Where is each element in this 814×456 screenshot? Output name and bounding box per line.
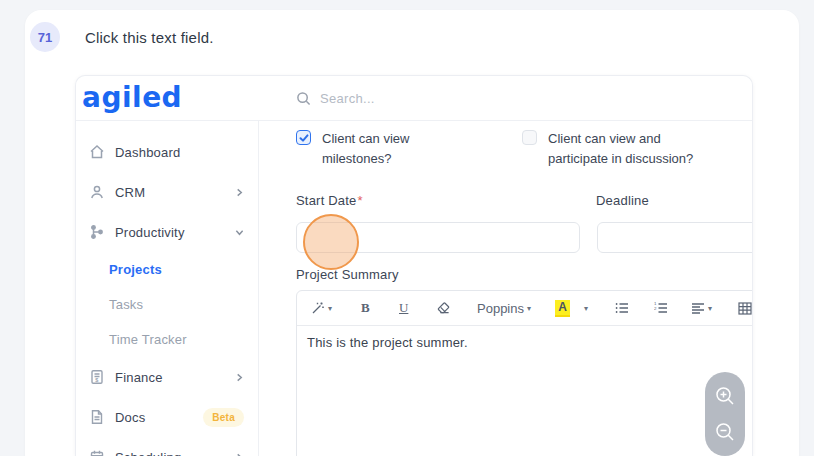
text-color-caret-button[interactable]: ▾ <box>584 291 588 325</box>
bullet-list-icon <box>615 302 629 314</box>
text-color-button[interactable]: A <box>555 291 570 325</box>
invoice-icon: $ <box>88 369 105 386</box>
chevron-right-icon <box>235 453 244 456</box>
eraser-icon <box>437 302 450 315</box>
sidebar-item-dashboard[interactable]: Dashboard <box>76 132 258 172</box>
chevron-down-icon: ▾ <box>584 304 588 313</box>
svg-text:$: $ <box>95 377 98 383</box>
sidebar: Dashboard CRM Productivity <box>76 121 259 456</box>
magic-wand-button[interactable]: ▾ <box>311 291 332 325</box>
app-logo[interactable]: agiled <box>82 84 182 112</box>
sidebar-item-label: Finance <box>115 370 163 385</box>
search-placeholder: Search... <box>320 91 375 106</box>
sidebar-item-label: Projects <box>109 262 162 277</box>
discussion-checkbox-row: Client can view and participate in discu… <box>522 129 712 169</box>
chevron-down-icon: ▾ <box>708 304 712 313</box>
search-input[interactable]: Search... <box>296 76 375 120</box>
font-family-select[interactable]: Poppins▾ <box>477 291 531 325</box>
deadline-label: Deadline <box>596 193 649 208</box>
sidebar-item-productivity[interactable]: Productivity <box>76 212 258 252</box>
sidebar-item-scheduling[interactable]: Scheduling <box>76 437 258 456</box>
deadline-input[interactable] <box>597 222 752 253</box>
search-icon <box>296 91 311 106</box>
sidebar-item-label: Productivity <box>115 225 185 240</box>
sidebar-item-label: Time Tracker <box>109 332 187 347</box>
sidebar-item-tasks[interactable]: Tasks <box>76 287 258 322</box>
numbered-list-button[interactable]: 12 <box>654 291 668 325</box>
editor-content[interactable]: This is the project summer. <box>297 326 752 359</box>
sidebar-item-time-tracker[interactable]: Time Tracker <box>76 322 258 357</box>
branch-icon <box>88 224 105 241</box>
checkbox-label: Client can view and participate in discu… <box>548 129 708 169</box>
eraser-button[interactable] <box>437 291 450 325</box>
step-number: 71 <box>38 30 52 45</box>
milestones-checkbox[interactable] <box>296 130 311 145</box>
sidebar-item-docs[interactable]: Docs Beta <box>76 397 258 437</box>
check-icon <box>299 133 309 143</box>
underline-button[interactable]: U <box>399 291 408 325</box>
align-icon <box>691 302 705 314</box>
chevron-right-icon <box>235 373 244 382</box>
zoom-in-button[interactable] <box>712 383 738 409</box>
bold-button[interactable]: B <box>361 291 370 325</box>
required-asterisk: * <box>358 193 363 208</box>
magnifier-plus-icon <box>714 385 736 407</box>
calendar-icon <box>88 449 105 456</box>
chevron-right-icon <box>235 188 244 197</box>
document-icon <box>88 409 105 426</box>
chevron-down-icon: ▾ <box>527 304 531 313</box>
svg-text:2: 2 <box>654 306 657 311</box>
project-form: Client can view milestones? Client can v… <box>259 121 752 456</box>
editor-toolbar: ▾ B U Poppins▾ A <box>297 291 752 326</box>
align-button[interactable]: ▾ <box>691 291 712 325</box>
sidebar-item-label: CRM <box>115 185 145 200</box>
chevron-down-icon: ▾ <box>328 304 332 313</box>
app-body: Dashboard CRM Productivity <box>76 121 752 456</box>
magnifier-minus-icon <box>714 421 736 443</box>
chevron-down-icon <box>235 228 244 237</box>
step-badge: 71 <box>30 22 60 52</box>
milestones-checkbox-row: Client can view milestones? <box>296 129 506 169</box>
sidebar-item-label: Scheduling <box>115 450 181 456</box>
magic-wand-icon <box>311 301 325 315</box>
sidebar-item-crm[interactable]: CRM <box>76 172 258 212</box>
sidebar-item-label: Dashboard <box>115 145 180 160</box>
bullet-list-button[interactable] <box>615 291 629 325</box>
numbered-list-icon: 12 <box>654 302 668 314</box>
font-family-value: Poppins <box>477 301 524 316</box>
sidebar-item-label: Tasks <box>109 297 143 312</box>
text-color-letter: A <box>555 300 570 317</box>
table-button[interactable] <box>738 291 752 325</box>
project-summary-label: Project Summary <box>296 267 399 282</box>
sidebar-item-label: Docs <box>115 410 145 425</box>
start-date-input[interactable] <box>296 222 580 253</box>
app-header: agiled Search... <box>76 76 752 121</box>
zoom-out-button[interactable] <box>712 419 738 445</box>
sidebar-item-projects[interactable]: Projects <box>76 252 258 287</box>
discussion-checkbox[interactable] <box>522 130 537 145</box>
checkbox-label: Client can view milestones? <box>322 129 482 169</box>
sidebar-item-finance[interactable]: $ Finance <box>76 357 258 397</box>
app-window: agiled Search... Dashboard CRM <box>75 75 753 456</box>
beta-badge: Beta <box>203 408 244 427</box>
table-icon <box>738 302 752 315</box>
summary-editor: ▾ B U Poppins▾ A <box>296 290 752 456</box>
start-date-label: Start Date* <box>296 193 363 208</box>
zoom-controls <box>705 372 745 456</box>
user-icon <box>88 184 105 201</box>
instruction-text: Click this text field. <box>85 29 214 46</box>
home-icon <box>88 144 105 161</box>
summary-text: This is the project summer. <box>307 335 747 350</box>
